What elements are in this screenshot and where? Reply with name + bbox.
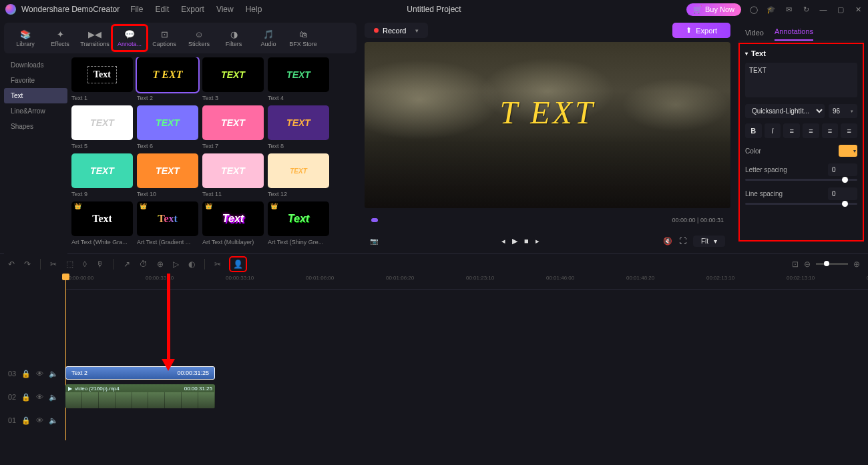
rotate-icon[interactable]: ◐ — [188, 260, 195, 269]
text-preset[interactable]: TEXTText 10 — [137, 153, 198, 197]
text-preset[interactable]: TEXTText 4 — [268, 57, 329, 101]
toolbar-filters[interactable]: ◑Filters — [216, 25, 251, 51]
letter-spacing-slider[interactable] — [745, 179, 857, 181]
text-preset[interactable]: TextArt Text (Multilayer) — [202, 201, 264, 246]
zoom-fit-select[interactable]: Fit▾ — [693, 236, 725, 247]
sidebar-item-downloads[interactable]: Downloads — [4, 57, 67, 73]
redo-icon[interactable]: ↷ — [24, 260, 31, 269]
sidebar-item-linearrow[interactable]: Line&Arrow — [4, 103, 67, 119]
text-preset[interactable]: T EXTText 2 — [137, 57, 198, 101]
voice-icon[interactable]: 🎙 — [96, 260, 104, 269]
pan-icon[interactable]: ⊕ — [157, 260, 164, 269]
text-preset[interactable]: TEXTText 9 — [71, 153, 133, 197]
cursor-icon[interactable]: ↗ — [124, 260, 130, 269]
text-content-input[interactable] — [745, 63, 857, 97]
tab-annotations[interactable]: Annotations — [775, 27, 813, 41]
text-preset[interactable]: TEXTText 8 — [268, 105, 329, 149]
tool-highlighted-icon[interactable]: 👤 — [230, 258, 246, 271]
align-right-button[interactable]: ≡ — [822, 123, 839, 138]
crop-icon[interactable]: ⬚ — [66, 260, 73, 269]
mute-track-icon[interactable]: 🔈 — [49, 416, 58, 425]
inbox-icon[interactable]: ✉ — [784, 5, 793, 14]
speed-icon[interactable]: ⏱ — [140, 260, 148, 269]
lock-icon[interactable]: 🔒 — [21, 416, 31, 425]
tool-a-icon[interactable]: ✂ — [214, 260, 221, 269]
maximize-icon[interactable]: ▢ — [836, 5, 845, 14]
sidebar-item-text[interactable]: Text — [4, 88, 67, 103]
close-icon[interactable]: ✕ — [853, 5, 863, 14]
export-button[interactable]: ⬆Export — [672, 23, 730, 38]
text-preset[interactable]: TextArt Text (Gradient ... — [137, 201, 198, 246]
color-swatch[interactable]: ▾ — [839, 145, 857, 157]
text-section-header[interactable]: Text — [745, 49, 857, 57]
undo-icon[interactable]: ↶ — [8, 260, 15, 269]
font-select[interactable]: Quicksand-LightIt... — [745, 104, 825, 118]
video-clip[interactable]: ▶video (2160p).mp400:00:31:25 — [65, 384, 215, 408]
eye-icon[interactable]: 👁 — [36, 370, 43, 378]
menu-help[interactable]: Help — [246, 5, 262, 14]
delete-icon[interactable]: ✂ — [50, 260, 57, 269]
mute-track-icon[interactable]: 🔈 — [49, 370, 58, 378]
text-preset[interactable]: TextArt Text (White Gra... — [71, 201, 133, 246]
account-icon[interactable]: ◯ — [749, 5, 758, 14]
text-preset[interactable]: TEXTText 6 — [137, 105, 198, 149]
toolbar-transitions[interactable]: ▶◀Transitions — [77, 25, 112, 51]
bold-button[interactable]: B — [745, 123, 762, 138]
align-center-button[interactable]: ≡ — [803, 123, 819, 138]
eye-icon[interactable]: 👁 — [36, 393, 43, 402]
fit-timeline-icon[interactable]: ⊡ — [792, 260, 799, 269]
italic-button[interactable]: I — [765, 123, 781, 138]
line-spacing-slider[interactable] — [745, 203, 857, 205]
align-justify-button[interactable]: ≡ — [841, 123, 857, 138]
minimize-icon[interactable]: — — [819, 5, 828, 13]
sidebar-item-shapes[interactable]: Shapes — [4, 119, 67, 134]
buy-now-button[interactable]: 🛒Buy Now — [686, 3, 741, 16]
menu-edit[interactable]: Edit — [156, 5, 170, 14]
text-preset[interactable]: TEXTText 12 — [268, 153, 329, 197]
toolbar-library[interactable]: 📚Library — [8, 25, 43, 51]
zoom-slider[interactable] — [816, 263, 848, 265]
edu-icon[interactable]: 🎓 — [767, 5, 776, 14]
sidebar-item-favorite[interactable]: Favorite — [4, 73, 67, 88]
toolbar-bfxstore[interactable]: 🛍BFX Store — [286, 25, 320, 51]
timeline-ruler[interactable]: 00:00:00:0000:00:33:1000:00:33:1000:01:0… — [65, 274, 868, 290]
text-clip[interactable]: Text 200:00:31:25 — [65, 366, 215, 380]
menu-view[interactable]: View — [216, 5, 234, 14]
prev-frame-icon[interactable]: ◂ — [501, 237, 505, 246]
snapshot-icon[interactable]: 📷 — [370, 238, 378, 245]
tab-video[interactable]: Video — [745, 29, 764, 41]
text-preset[interactable]: TextArt Text (Shiny Gre... — [268, 201, 329, 246]
text-preset[interactable]: TEXTText 3 — [202, 57, 264, 101]
fullscreen-icon[interactable]: ⛶ — [679, 237, 686, 245]
text-preset[interactable]: TEXTText 11 — [202, 153, 264, 197]
stop-icon[interactable]: ■ — [524, 237, 529, 245]
menu-export[interactable]: Export — [181, 5, 204, 14]
record-button[interactable]: Record — [365, 23, 428, 38]
next-frame-icon[interactable]: ▸ — [535, 237, 539, 246]
zoom-out-icon[interactable]: ⊖ — [804, 260, 811, 269]
line-spacing-value[interactable]: 0 — [828, 187, 857, 200]
menu-file[interactable]: File — [130, 5, 143, 14]
toolbar-annota[interactable]: 💬Annota... — [112, 25, 147, 51]
toolbar-audio[interactable]: 🎵Audio — [251, 25, 286, 51]
progress-marker[interactable] — [371, 218, 378, 222]
lock-icon[interactable]: 🔒 — [21, 393, 31, 402]
text-preset[interactable]: TEXTText 7 — [202, 105, 264, 149]
zoom-in-icon[interactable]: ⊕ — [853, 260, 860, 269]
transform-icon[interactable]: ▷ — [173, 260, 179, 269]
refresh-icon[interactable]: ↻ — [801, 5, 811, 14]
mute-icon[interactable]: 🔇 — [663, 237, 672, 246]
text-preset[interactable]: TextText 1 — [71, 57, 133, 101]
play-icon[interactable]: ▶ — [512, 237, 517, 246]
font-size-input[interactable]: 96▾ — [829, 104, 857, 118]
marker-icon[interactable]: ◊ — [83, 260, 87, 269]
text-preset[interactable]: TEXTText 5 — [71, 105, 133, 149]
toolbar-effects[interactable]: ✦Effects — [43, 25, 77, 51]
eye-icon[interactable]: 👁 — [36, 416, 43, 425]
mute-track-icon[interactable]: 🔈 — [49, 393, 58, 402]
lock-icon[interactable]: 🔒 — [21, 370, 31, 378]
toolbar-captions[interactable]: ⊡Captions — [147, 25, 182, 51]
toolbar-stickers[interactable]: ☺Stickers — [182, 25, 216, 51]
align-left-button[interactable]: ≡ — [783, 123, 800, 138]
video-preview[interactable]: T EXT — [365, 42, 730, 208]
